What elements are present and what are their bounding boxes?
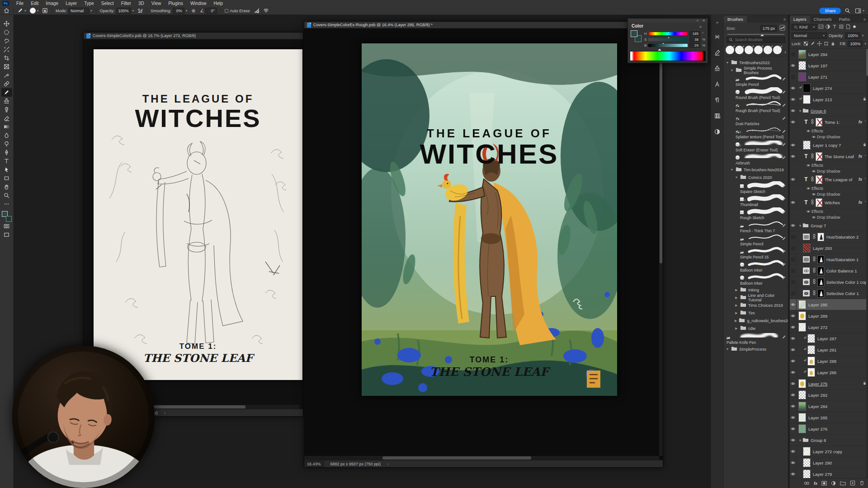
- recent-brush[interactable]: [735, 46, 744, 54]
- brush-item[interactable]: 14. Dust Particles: [724, 113, 788, 127]
- color-spectrum-ramp[interactable]: [630, 51, 706, 61]
- history-brush-tool[interactable]: [1, 105, 12, 114]
- hand-tool[interactable]: [1, 183, 12, 191]
- filter-smart-objects-icon[interactable]: [845, 24, 851, 30]
- layer-effect-row[interactable]: Effects: [790, 185, 868, 191]
- marquee-tool[interactable]: [1, 28, 12, 37]
- menu-layer[interactable]: Layer: [62, 0, 80, 7]
- search-icon[interactable]: [844, 8, 850, 14]
- layer-visibility-toggle[interactable]: [790, 105, 797, 116]
- blur-tool[interactable]: [1, 131, 12, 140]
- foreground-color-swatch[interactable]: [631, 30, 637, 37]
- brush-folder[interactable]: ▼Tim-brushes-Nov2019: [724, 166, 788, 174]
- layer-visibility-toggle[interactable]: [790, 378, 797, 389]
- brush-item[interactable]: 15 Pallete Knife Pen: [724, 332, 788, 345]
- effect-visibility-toggle[interactable]: [811, 214, 817, 220]
- layer-row[interactable]: Layer 290: [790, 457, 868, 469]
- effect-visibility-toggle[interactable]: [805, 208, 811, 214]
- layer-row[interactable]: Layer 293: [790, 243, 868, 254]
- layer-visibility-toggle[interactable]: [790, 412, 797, 423]
- close-panel-icon[interactable]: ✕: [702, 19, 705, 23]
- collapse-panel-icon[interactable]: «: [697, 19, 698, 23]
- pressure-size-icon[interactable]: [254, 8, 259, 14]
- brush-item[interactable]: 83 Rough Brush (Pencil Tool): [724, 100, 788, 113]
- layer-row[interactable]: Hue/Saturation 1: [790, 254, 868, 265]
- layer-visibility-toggle[interactable]: [790, 469, 797, 478]
- lock-artboard-icon[interactable]: [824, 41, 829, 47]
- layer-row[interactable]: Layer 292: [790, 389, 868, 401]
- zoom-tool[interactable]: [1, 191, 12, 200]
- layer-visibility-toggle[interactable]: [790, 197, 797, 208]
- layer-effect-row[interactable]: Drop Shadow: [790, 134, 868, 140]
- doc2-zoom-level[interactable]: 16.43%: [304, 460, 324, 467]
- layer-visibility-toggle[interactable]: [790, 333, 797, 344]
- recent-brush[interactable]: [764, 46, 772, 54]
- layer-visibility-toggle[interactable]: [790, 344, 797, 355]
- color-panel-tab[interactable]: Color: [632, 23, 643, 30]
- layer-visibility-toggle[interactable]: [790, 446, 797, 457]
- layers-opacity-value[interactable]: 100%: [845, 33, 860, 39]
- mode-select[interactable]: Normal: [68, 8, 89, 14]
- layer-row[interactable]: T The Stone Leaffx⌃: [790, 151, 868, 162]
- clone-source-icon[interactable]: [714, 65, 720, 73]
- menu-help[interactable]: Help: [210, 0, 227, 7]
- angle-value[interactable]: 0°: [205, 8, 217, 14]
- document-window-color[interactable]: Covers-SimpleColorEx-Rough.psb @ 16.4% (…: [304, 21, 663, 468]
- brush-item[interactable]: 10 Simple Pencil: [724, 234, 788, 247]
- layer-visibility-toggle[interactable]: [790, 94, 797, 105]
- layer-row[interactable]: Layer 272: [790, 322, 868, 333]
- shape-tool[interactable]: [1, 174, 12, 183]
- menu-image[interactable]: Image: [42, 0, 62, 7]
- filter-on-toggle[interactable]: [852, 24, 857, 30]
- layer-row[interactable]: Layer 295: [790, 299, 868, 310]
- panel-menu-icon[interactable]: ≡: [861, 16, 868, 23]
- layer-visibility-toggle[interactable]: [790, 423, 797, 434]
- layer-row[interactable]: Selective Color 1: [790, 288, 868, 299]
- layer-row[interactable]: Layer 276: [790, 423, 868, 435]
- layer-group-row[interactable]: ▼Group 7: [790, 220, 868, 231]
- effect-visibility-toggle[interactable]: [805, 185, 811, 191]
- menu-plugins[interactable]: Plugins: [165, 0, 187, 7]
- tab-paths[interactable]: Paths: [835, 16, 854, 23]
- brush-item[interactable]: 10 Square Sketch: [724, 181, 788, 194]
- move-tool[interactable]: [1, 19, 12, 28]
- filter-type-layers-icon[interactable]: [832, 24, 837, 30]
- layer-row[interactable]: Selective Color 1 copy: [790, 277, 868, 288]
- effect-visibility-toggle[interactable]: [811, 191, 817, 197]
- opacity-value[interactable]: 100%: [116, 8, 131, 14]
- layer-visibility-toggle[interactable]: [790, 174, 797, 185]
- menu-window[interactable]: Window: [187, 0, 210, 7]
- recent-brush[interactable]: [754, 46, 763, 54]
- brush-folder[interactable]: ▶Tim: [724, 309, 788, 317]
- brush-folder[interactable]: ▶Inking: [724, 286, 788, 294]
- recent-brush[interactable]: [745, 46, 753, 54]
- brush-item[interactable]: 15 Balloon Inker: [724, 273, 788, 286]
- eraser-tool[interactable]: [1, 114, 12, 122]
- brush-item[interactable]: 100 Thumbnail: [724, 194, 788, 207]
- recent-brush[interactable]: [726, 46, 734, 54]
- menu-view[interactable]: View: [148, 0, 165, 7]
- effect-visibility-toggle[interactable]: [811, 168, 817, 174]
- panel-menu-icon[interactable]: ≡: [697, 23, 704, 30]
- layer-visibility-toggle[interactable]: [790, 83, 797, 94]
- wand-tool[interactable]: [1, 45, 12, 54]
- home-icon[interactable]: [4, 8, 9, 14]
- layers-scrollbar[interactable]: [866, 49, 868, 478]
- brush-search-box[interactable]: [726, 37, 785, 43]
- color-slider-s[interactable]: S 38%: [642, 37, 708, 42]
- fill-value[interactable]: 100%: [848, 41, 863, 47]
- brush-search-input[interactable]: [735, 38, 783, 42]
- layer-visibility-toggle[interactable]: [790, 389, 797, 400]
- layer-visibility-toggle[interactable]: [790, 367, 797, 378]
- layer-row[interactable]: Hue/Saturation 2: [790, 231, 868, 243]
- menu-file[interactable]: File: [13, 0, 27, 7]
- new-layer-icon[interactable]: [850, 479, 855, 488]
- layer-row[interactable]: Color Balance 1: [790, 265, 868, 277]
- layer-row[interactable]: Layer 272 copy: [790, 446, 868, 457]
- color-slider-b[interactable]: B 29%: [642, 42, 708, 48]
- brush-tip-preview[interactable]: ▾: [30, 8, 39, 14]
- layer-group-row[interactable]: ▼Group 6: [790, 105, 868, 117]
- menu-3d[interactable]: 3D: [135, 0, 148, 7]
- layer-visibility-toggle[interactable]: [790, 231, 797, 242]
- brush-item[interactable]: 45 Round Brush (Pencil Tool): [724, 87, 788, 100]
